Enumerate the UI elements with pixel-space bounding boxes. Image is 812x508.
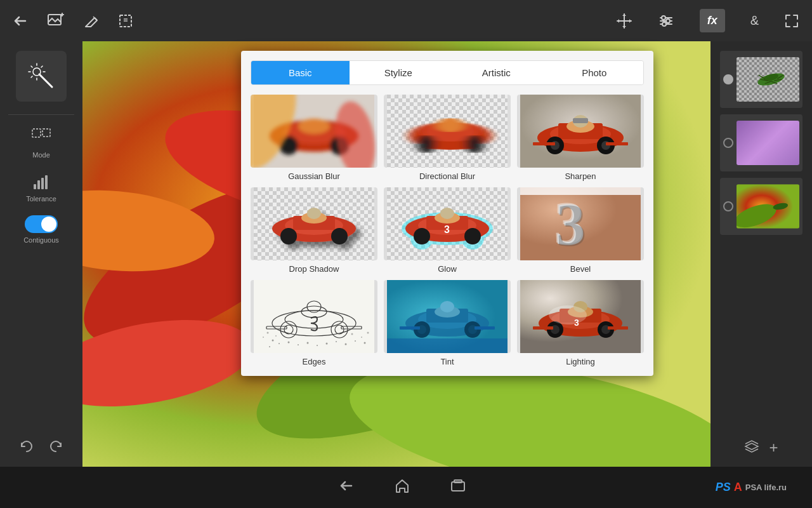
layer-thumb-1 [737,57,799,102]
svg-point-127 [288,342,290,344]
label-sharpen: Sharpen [565,171,596,181]
combine-button[interactable]: & [750,13,759,28]
layer-radio-3[interactable] [723,201,733,211]
tolerance-tool[interactable]: Tolerance [26,171,56,203]
wand-tool-display [16,51,67,102]
thumb-bevel: 3 3 3 [517,187,644,260]
svg-point-12 [666,19,670,23]
adjustments-button[interactable] [658,13,674,29]
contiguous-toggle[interactable] [25,215,58,233]
layer-radio-1[interactable] [723,74,733,84]
add-image-button[interactable] [47,12,65,30]
expand-button[interactable] [784,13,799,29]
svg-point-13 [662,22,666,26]
svg-text:3: 3 [444,224,450,235]
contiguous-control[interactable]: Contiguous [23,215,59,244]
thumb-sharpen [517,95,644,168]
svg-text:3: 3 [556,192,587,259]
svg-rect-37 [45,175,48,189]
svg-point-137 [263,337,264,338]
tab-stylize[interactable]: Stylize [350,61,448,84]
svg-point-142 [367,332,369,334]
back-button[interactable] [13,13,28,29]
bottom-nav [89,477,716,498]
layer-item-2[interactable] [720,114,802,171]
svg-point-92 [307,208,321,219]
layer-item-1[interactable] [720,51,802,108]
layer-thumb-3 [737,184,799,229]
toolbar-left [13,12,133,30]
undo-redo-controls [18,438,64,457]
effect-gaussian-blur[interactable]: Gaussian Blur [251,95,377,181]
svg-line-28 [41,66,43,67]
svg-point-55 [298,119,330,134]
svg-rect-78 [573,118,588,123]
nav-home-button[interactable] [393,477,411,498]
effect-directional-blur[interactable]: Directional Blur [384,95,511,181]
label-tint: Tint [440,357,454,366]
label-drop-shadow: Drop Shadow [289,264,339,274]
nav-back-button[interactable] [337,477,355,498]
effect-glow[interactable]: 3 Glow [384,187,511,274]
effect-edges[interactable]: Edges [251,280,377,366]
nav-recent-button[interactable] [449,477,467,498]
svg-point-131 [326,343,328,345]
redo-button[interactable] [48,438,64,457]
tab-basic[interactable]: Basic [251,61,350,84]
layer-controls: + [744,439,778,457]
thumb-lighting: 3 [517,280,644,353]
svg-point-140 [351,333,353,335]
tab-photo[interactable]: Photo [546,61,644,84]
svg-point-138 [267,332,269,334]
effects-panel: Basic Stylize Artistic Photo [241,51,653,376]
layer-item-3[interactable] [720,178,802,235]
svg-point-89 [280,228,297,244]
effect-drop-shadow[interactable]: Drop Shadow [251,187,377,274]
svg-point-66 [466,135,483,153]
svg-line-29 [31,76,32,77]
effect-lighting[interactable]: 3 Lighting [517,280,644,366]
sidebar-divider-1 [8,114,74,115]
move-tool-button[interactable] [616,13,632,29]
selection-tool-button[interactable] [118,13,133,29]
svg-point-129 [307,342,309,344]
effect-bevel[interactable]: 3 3 3 Bevel [517,187,644,274]
mode-tool[interactable]: Mode [31,128,51,159]
svg-rect-79 [533,142,555,145]
tab-artistic[interactable]: Artistic [447,61,546,84]
draw-tool-button[interactable] [84,13,99,29]
fx-button[interactable]: fx [700,9,725,32]
thumb-glow: 3 [384,187,511,260]
svg-point-105 [464,228,481,244]
svg-point-132 [336,341,337,342]
svg-point-107 [440,208,454,219]
thumb-directional-blur [384,95,511,168]
svg-point-141 [361,337,362,338]
filter-tabs: Basic Stylize Artistic Photo [251,60,644,85]
svg-point-11 [662,16,665,20]
svg-point-65 [417,135,435,153]
svg-rect-168 [608,326,628,330]
top-toolbar: fx & [0,0,812,41]
label-bevel: Bevel [570,264,591,274]
svg-point-104 [414,228,430,244]
svg-rect-35 [37,180,40,189]
svg-rect-167 [533,326,553,330]
thumb-drop-shadow [251,187,377,260]
bottom-toolbar: PS A PSA life.ru [0,467,812,508]
layer-radio-2[interactable] [723,138,733,148]
layers-icon[interactable] [744,439,759,457]
svg-rect-113 [520,187,641,195]
svg-rect-170 [452,482,464,491]
svg-rect-32 [32,129,41,137]
svg-point-125 [272,340,274,342]
svg-point-90 [331,228,348,244]
effect-tint[interactable]: Tint [384,280,511,366]
undo-button[interactable] [18,438,35,457]
add-layer-button[interactable]: + [769,439,778,457]
label-gaussian-blur: Gaussian Blur [288,171,340,181]
svg-rect-153 [400,326,420,330]
svg-rect-33 [43,129,50,137]
toggle-knob [41,217,56,232]
effect-sharpen[interactable]: Sharpen [517,95,644,181]
